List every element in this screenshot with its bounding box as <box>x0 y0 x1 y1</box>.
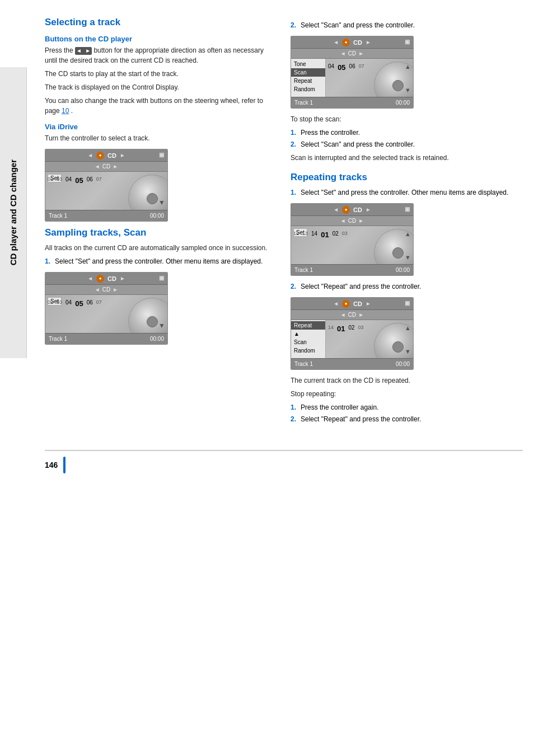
repeat-step-1: 1. Select "Set" and press the controller… <box>291 187 523 198</box>
cd-top-bar-rset: ◄ ● CD ► ▣ <box>291 204 413 216</box>
cd-bottom-bar-1: Track 1 00:00 <box>45 210 167 221</box>
two-column-layout: Selecting a track Buttons on the CD play… <box>45 17 523 428</box>
cd-second-bar-2: ◄ CD ► <box>45 285 167 295</box>
selecting-track-title: Selecting a track <box>45 17 277 28</box>
cd-body-rmenu: Repeat ▲ Scan Random 14 01 <box>291 320 413 358</box>
scan-step-2: 2. Select "Scan" and press the controlle… <box>291 20 523 30</box>
page-bar <box>63 457 65 473</box>
track-arrow-button[interactable] <box>75 47 92 55</box>
repeat-step-2: 2. Select "Repeat" and press the control… <box>291 281 523 292</box>
stop-repeat-steps: 1. Press the controller again. 2. Select… <box>291 402 523 424</box>
menu-item-scan2: Scan <box>291 338 325 346</box>
menu-item-scan: Scan <box>291 68 325 77</box>
via-idrive-text: Turn the controller to select a track. <box>45 133 277 143</box>
menu-item-random: Random <box>291 85 325 93</box>
sampling-step-1: 1. Select "Set" and press the controller… <box>45 256 277 266</box>
cd-bottom-bar-rmenu: Track 1 00:00 <box>291 358 413 369</box>
cd-second-bar-rmenu: ◄ CD ► <box>291 310 413 320</box>
menu-item-tone: Tone <box>291 60 325 68</box>
cd-icon-rset: ● <box>342 206 350 214</box>
repeat-step2-list: 2. Select "Repeat" and press the control… <box>291 281 523 292</box>
via-idrive-title: Via iDrive <box>45 123 277 131</box>
selecting-track-section: Selecting a track Buttons on the CD play… <box>45 17 277 222</box>
cd-repeat-menu: Repeat ▲ Scan Random <box>291 320 326 358</box>
sampling-steps: 1. Select "Set" and press the controller… <box>45 256 277 266</box>
cd-display-repeat-set: ◄ ● CD ► ▣ ◄ CD ► S <box>291 203 414 276</box>
cd-top-bar-scan: ◄ ● CD ► ▣ <box>291 36 413 49</box>
scan-step2-list: 2. Select "Scan" and press the controlle… <box>291 20 523 30</box>
left-column: Selecting a track Buttons on the CD play… <box>45 17 277 428</box>
sampling-tracks-section: Sampling tracks, Scan All tracks on the … <box>45 227 277 345</box>
stop-heading: Stop repeating: <box>291 389 523 399</box>
sidebar-tab-label: CD player and CD changer <box>8 159 18 265</box>
stop-scan-step-1: 1. Press the controller. <box>291 128 523 138</box>
sidebar-tab: CD player and CD changer <box>0 67 27 358</box>
cd-top-bar-2: ◄ ● CD ► ▣ <box>45 273 167 285</box>
page-footer: 146 <box>45 450 523 473</box>
stop-repeat-step-1: 1. Press the controller again. <box>291 402 523 412</box>
right-column: 2. Select "Scan" and press the controlle… <box>291 17 523 428</box>
page-number: 146 <box>45 461 58 469</box>
menu-item-repeat-sel: Repeat <box>291 321 325 330</box>
stop-repeat-step-2: 2. Select "Repeat" and press the control… <box>291 414 523 424</box>
cd-display-select-track: ◄ ● CD ► ▣ ◄ CD ► S <box>45 149 168 222</box>
cd-body-rset: Set 12 13 14 01 02 03 <box>291 226 413 264</box>
steering-wheel-text: You can also change the track with butto… <box>45 96 277 116</box>
stop-scan-steps: 1. Press the controller. 2. Select "Scan… <box>291 128 523 149</box>
cd-display-repeat-menu: ◄ ● CD ► ▣ ◄ CD ► R <box>291 297 414 370</box>
cd-body-2: Set 02 03 04 05 06 07 <box>45 295 167 333</box>
repeating-tracks-section: Repeating tracks 1. Select "Set" and pre… <box>291 172 523 424</box>
menu-item-repeat: Repeat <box>291 77 325 85</box>
cd-second-bar-scan: ◄ CD ► <box>291 49 413 59</box>
stop-scan-heading: To stop the scan: <box>291 114 523 124</box>
cd-bottom-bar-2: Track 1 00:00 <box>45 333 167 344</box>
cd-disc-area-scan: 04 05 06 07 08 ▲ ▼ <box>326 59 413 97</box>
repeating-tracks-title: Repeating tracks <box>291 172 523 183</box>
cd-body-scan: Tone Scan Repeat Random 04 05 06 07 <box>291 59 413 97</box>
cd-icon-2: ● <box>96 275 104 283</box>
cd-starts-text: The CD starts to play at the start of th… <box>45 69 277 79</box>
cd-second-bar-rset: ◄ CD ► <box>291 216 413 226</box>
cd-bottom-bar-scan: Track 1 00:00 <box>291 97 413 108</box>
stop-scan-step-2: 2. Select "Scan" and press the controlle… <box>291 139 523 149</box>
cd-scan-menu: Tone Scan Repeat Random <box>291 59 326 97</box>
cd-icon-rmenu: ● <box>342 300 350 308</box>
track-displayed-text: The track is displayed on the Control Di… <box>45 82 277 92</box>
sampling-tracks-title: Sampling tracks, Scan <box>45 227 277 238</box>
main-content: Selecting a track Buttons on the CD play… <box>34 0 534 490</box>
cd-top-bar-rmenu: ◄ ● CD ► ▣ <box>291 298 413 310</box>
cd-display-scan-menu: ◄ ● CD ► ▣ ◄ CD ► Tone Scan <box>291 36 414 109</box>
cd-disc-area-1: 02 03 04 05 06 07 08 ▼ <box>45 172 167 210</box>
cd-top-bar-1: ◄ ● CD ► ▣ <box>45 149 167 162</box>
cd-icon-scan: ● <box>342 39 350 46</box>
buttons-subsection-title: Buttons on the CD player <box>45 35 277 43</box>
cd-second-bar-1: ◄ CD ► <box>45 162 167 172</box>
press-text: Press the <box>45 46 73 54</box>
menu-item-random2: Random <box>291 346 325 355</box>
repeat-step1-list: 1. Select "Set" and press the controller… <box>291 187 523 198</box>
buttons-text1: Press the button for the appropriate dir… <box>45 45 277 65</box>
cd-disc-area-2: 02 03 04 05 06 07 08 ▼ <box>45 295 167 333</box>
cd-bottom-bar-rset: Track 1 00:00 <box>291 264 413 275</box>
scan-result-text: Scan is interrupted and the selected tra… <box>291 153 523 163</box>
cd-disc-area-rset: 12 13 14 01 02 03 04 ▲ ▼ <box>291 226 413 264</box>
sampling-text1: All tracks on the current CD are automat… <box>45 243 277 253</box>
page-ref-link[interactable]: 10 <box>62 107 69 115</box>
result-text1: The current track on the CD is repeated. <box>291 375 523 386</box>
cd-icon-1: ● <box>96 152 104 159</box>
cd-disc-area-rmenu: 14 01 02 03 04 ▲ ▼ <box>326 320 413 358</box>
cd-display-sampling: ◄ ● CD ► ▣ ◄ CD ► S <box>45 272 168 345</box>
cd-body-1: Set 02 03 04 05 06 07 <box>45 172 167 210</box>
